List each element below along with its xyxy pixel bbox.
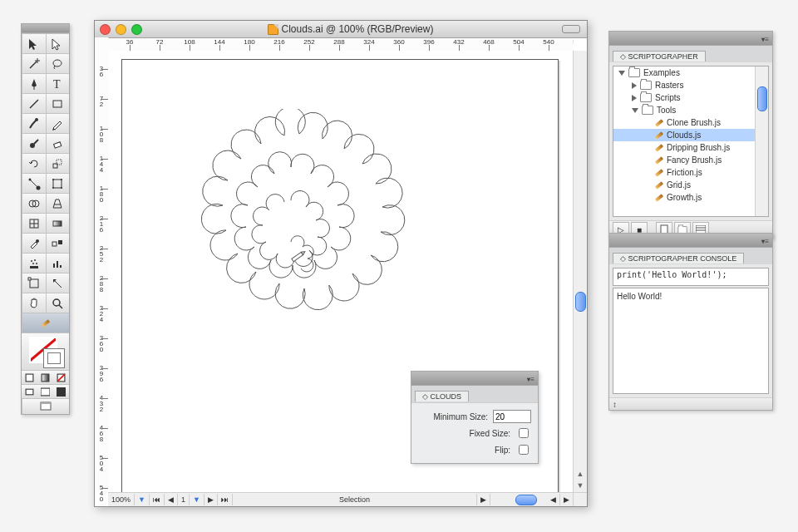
- svg-rect-34: [57, 261, 58, 268]
- panel-menu-icon[interactable]: ▾≡: [761, 235, 769, 249]
- svg-point-1: [53, 60, 62, 66]
- tool-pen[interactable]: [22, 73, 46, 93]
- tool-type[interactable]: T: [46, 73, 70, 93]
- scroll-down-icon[interactable]: ▼: [574, 481, 587, 493]
- tool-rotate[interactable]: [22, 153, 46, 173]
- tree-item-growth-js[interactable]: Growth.js: [613, 191, 768, 204]
- resize-handle[interactable]: [573, 492, 587, 506]
- panel-menu-icon[interactable]: ▾≡: [761, 33, 769, 47]
- tree-item-scripts[interactable]: Scripts: [613, 91, 768, 104]
- tree-item-examples[interactable]: Examples: [613, 66, 768, 79]
- disclosure-right-icon[interactable]: [632, 95, 637, 101]
- clouds-tab[interactable]: ◇ CLOUDS: [415, 391, 469, 401]
- scriptographer-titlebar[interactable]: ▾≡: [609, 32, 772, 46]
- tool-rectangle[interactable]: [46, 93, 70, 113]
- close-icon[interactable]: [100, 24, 111, 35]
- change-screen-mode[interactable]: [22, 398, 69, 414]
- document-titlebar[interactable]: Clouds.ai @ 100% (RGB/Preview): [95, 21, 587, 38]
- screen-mode-normal[interactable]: [22, 384, 37, 398]
- disclosure-down-icon[interactable]: [632, 108, 638, 113]
- panel-menu-icon[interactable]: ▾≡: [527, 373, 534, 387]
- tree-item-clouds-js[interactable]: Clouds.js: [613, 129, 768, 141]
- scrollbar-vertical-thumb[interactable]: [575, 292, 586, 312]
- tool-artboard[interactable]: [22, 273, 46, 293]
- zoom-icon[interactable]: [131, 24, 142, 35]
- tool-eyedropper[interactable]: [22, 233, 46, 253]
- tree-item-tools[interactable]: Tools: [613, 104, 768, 116]
- color-mode-solid[interactable]: [22, 370, 37, 384]
- console-input[interactable]: print('Hello World!');: [613, 268, 769, 286]
- page-last[interactable]: ⏭: [218, 494, 233, 505]
- svg-rect-5: [53, 101, 62, 107]
- tool-graph[interactable]: [46, 253, 70, 273]
- proxy-icon[interactable]: [562, 25, 580, 33]
- console-titlebar[interactable]: ▾≡: [609, 234, 772, 248]
- screen-mode-full[interactable]: [53, 384, 69, 398]
- script-tool[interactable]: [22, 313, 69, 332]
- tool-blob-brush[interactable]: [22, 133, 46, 153]
- tool-blend[interactable]: [46, 233, 70, 253]
- ruler-origin[interactable]: [95, 37, 109, 52]
- page-current[interactable]: 1: [178, 494, 190, 505]
- disclosure-down-icon[interactable]: [618, 71, 625, 76]
- zoom-stepper-down[interactable]: ▼: [135, 494, 150, 505]
- scrollbar-horizontal-thumb[interactable]: [515, 495, 537, 505]
- zoom-readout[interactable]: 100%: [108, 494, 135, 505]
- scrollbar-vertical[interactable]: ▲ ▼: [573, 51, 587, 493]
- tool-selection[interactable]: [22, 33, 46, 53]
- tool-perspective[interactable]: [46, 193, 70, 213]
- tool-free-transform[interactable]: [46, 173, 70, 193]
- fixed-size-checkbox[interactable]: [519, 428, 529, 438]
- tool-mesh[interactable]: [22, 213, 46, 233]
- page-first[interactable]: ⏮: [150, 494, 165, 505]
- tree-item-fancy-brush-js[interactable]: Fancy Brush.js: [613, 154, 768, 166]
- scroll-right-icon[interactable]: ▶: [560, 494, 574, 505]
- color-mode-none[interactable]: [53, 370, 69, 384]
- scriptographer-tab[interactable]: ◇ SCRIPTOGRAPHER: [613, 51, 706, 62]
- tree-item-friction-js[interactable]: Friction.js: [613, 166, 768, 179]
- min-size-input[interactable]: [493, 410, 531, 423]
- color-mode-gradient[interactable]: [37, 370, 53, 384]
- stroke-swatch[interactable]: [43, 348, 65, 368]
- clouds-panel-body: Minimum Size: Fixed Size: Flip:: [411, 402, 538, 463]
- page-prev[interactable]: ◀: [165, 494, 178, 505]
- tool-eraser[interactable]: [46, 133, 70, 153]
- tool-gradient[interactable]: [46, 213, 70, 233]
- tool-paintbrush[interactable]: [22, 113, 46, 133]
- tree-item-rasters[interactable]: Rasters: [613, 79, 768, 91]
- tool-symbol-sprayer[interactable]: [22, 253, 46, 273]
- page-next[interactable]: ▶: [204, 494, 218, 505]
- scroll-left-icon[interactable]: ◀: [547, 494, 560, 505]
- tool-hand[interactable]: [22, 293, 46, 313]
- disclosure-right-icon[interactable]: [632, 82, 637, 89]
- color-swatches[interactable]: [22, 332, 69, 370]
- svg-point-25: [36, 239, 39, 243]
- tool-shape-builder[interactable]: [22, 193, 46, 213]
- status-menu[interactable]: ▶: [477, 494, 490, 505]
- screen-mode-full-menu[interactable]: [37, 384, 53, 398]
- script-tree[interactable]: ExamplesRastersScriptsToolsClone Brush.j…: [613, 66, 769, 217]
- tool-pencil[interactable]: [46, 113, 70, 133]
- tree-item-dripping-brush-js[interactable]: Dripping Brush.js: [613, 141, 768, 154]
- toolbox-titlebar[interactable]: [22, 24, 69, 33]
- tool-scale[interactable]: [46, 153, 70, 173]
- tool-slice[interactable]: [46, 273, 70, 293]
- flip-checkbox[interactable]: [519, 445, 529, 455]
- ruler-vertical[interactable]: 3672108144180216252288324360396432468504…: [95, 51, 109, 493]
- tool-line[interactable]: [22, 93, 46, 113]
- tree-scrollbar-thumb[interactable]: [757, 86, 767, 111]
- console-tab[interactable]: ◇ SCRIPTOGRAPHER CONSOLE: [613, 253, 744, 264]
- tree-item-grid-js[interactable]: Grid.js: [613, 179, 768, 191]
- scroll-up-icon[interactable]: ▲: [574, 470, 587, 481]
- tree-scrollbar[interactable]: [755, 66, 768, 216]
- clouds-panel-titlebar[interactable]: ▾≡: [411, 372, 538, 386]
- minimize-icon[interactable]: [116, 24, 126, 35]
- page-menu[interactable]: ▼: [190, 494, 204, 505]
- console-resize[interactable]: ↕: [609, 397, 772, 410]
- tool-zoom[interactable]: [46, 293, 70, 313]
- tool-lasso[interactable]: [46, 53, 70, 73]
- tool-direct-selection[interactable]: [46, 33, 70, 53]
- tree-item-clone-brush-js[interactable]: Clone Brush.js: [613, 116, 768, 129]
- tool-magic-wand[interactable]: [22, 53, 46, 73]
- tool-width[interactable]: [22, 173, 46, 193]
